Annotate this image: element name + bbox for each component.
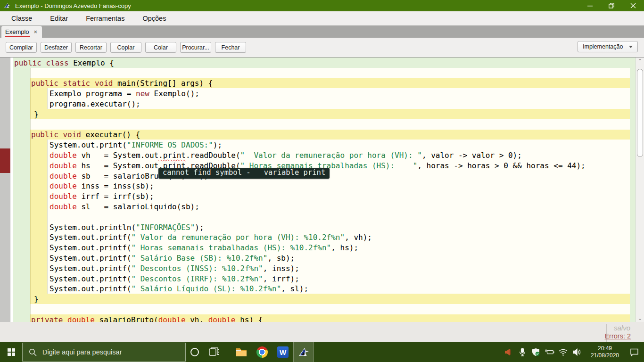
error-tooltip: cannot find symbol - variable print <box>158 168 330 179</box>
microphone-icon[interactable] <box>518 342 527 362</box>
code-line[interactable]: System.out.printf(" Salário Base (SB): %… <box>13 253 636 263</box>
code-line[interactable]: System.out.printf(" Valor da remuneração… <box>13 232 636 243</box>
code-line-text: } <box>34 109 39 118</box>
code-lines: public class Exemplo {public static void… <box>13 58 636 322</box>
restore-button[interactable] <box>601 0 622 11</box>
code-line-text: public static void main(String[] args) { <box>31 79 213 88</box>
code-line[interactable] <box>13 119 636 130</box>
code-line-text: public class Exemplo { <box>14 58 114 67</box>
code-line[interactable]: System.out.printf(" Descontos (IRRF): %1… <box>13 273 636 284</box>
code-line[interactable]: double inss = inss(sb); <box>13 181 636 191</box>
code-line-text: programa.executar(); <box>50 99 140 108</box>
windows-logo-icon <box>8 348 15 356</box>
clock[interactable]: 20:49 21/08/2020 <box>586 345 623 359</box>
code-line-text: System.out.print("INFORME OS DADOS:"); <box>50 140 222 149</box>
close-button[interactable] <box>622 0 644 11</box>
code-line[interactable]: } <box>13 109 636 119</box>
code-line-text: System.out.printf(" Horas semanais traba… <box>50 243 358 252</box>
code-line[interactable]: public static void main(String[] args) { <box>13 78 636 89</box>
toolbar: Compilar Desfazer Recortar Copiar Colar … <box>0 38 644 58</box>
word-icon: W <box>277 346 289 358</box>
code-line[interactable]: double irrf = irrf(sb); <box>13 191 636 201</box>
procurar-button[interactable]: Procurar... <box>180 42 211 53</box>
editor-gutter <box>0 58 10 322</box>
code-line[interactable]: public void executar() { <box>13 130 636 140</box>
code-line[interactable]: System.out.printf(" Descontos (INSS): %1… <box>13 263 636 273</box>
fechar-button[interactable]: Fechar <box>215 42 246 53</box>
menu-ferramentas[interactable]: Ferramentas <box>84 13 126 24</box>
clock-date: 21/08/2020 <box>591 352 619 359</box>
colar-button[interactable]: Colar <box>145 42 176 53</box>
cortana-icon <box>190 347 199 357</box>
view-mode-select[interactable]: Implementação <box>578 41 638 52</box>
file-explorer-icon <box>236 347 247 357</box>
wifi-icon[interactable] <box>559 342 568 362</box>
code-line[interactable]: } <box>13 294 636 304</box>
menu-opcoes[interactable]: Opções <box>140 13 168 24</box>
menu-classe[interactable]: Classe <box>9 13 34 24</box>
minimize-button[interactable] <box>579 0 601 11</box>
code-editor[interactable]: public class Exemplo {public static void… <box>10 58 636 322</box>
bluej-icon <box>297 346 310 358</box>
power-plug-icon[interactable] <box>545 342 554 362</box>
desfazer-button[interactable]: Desfazer <box>41 42 72 53</box>
code-line-text: private double salarioBruto(double vh, d… <box>31 315 263 322</box>
code-line[interactable]: private double salarioBruto(double vh, d… <box>13 314 636 322</box>
taskbar-search-input[interactable]: Digite aqui para pesquisar <box>22 343 186 362</box>
code-line-text: System.out.printf(" Valor da remuneração… <box>50 233 372 242</box>
errors-link[interactable]: Errors: 2 <box>604 332 631 340</box>
compilar-button[interactable]: Compilar <box>6 42 37 53</box>
window-title: Exemplo - Domingos Azevedo Farias-copy <box>15 2 131 9</box>
code-line[interactable]: System.out.printf(" Salário Líquido (SL)… <box>13 284 636 294</box>
action-center-button[interactable] <box>627 342 641 362</box>
status-bar: salvo Errors: 2 <box>0 322 644 342</box>
code-line-text: System.out.printf(" Descontos (INSS): %1… <box>50 263 299 272</box>
code-line-text: double inss = inss(sb); <box>50 181 154 190</box>
bluej-window-icon <box>3 2 11 9</box>
audio-device-icon[interactable] <box>504 342 513 362</box>
code-line[interactable]: programa.executar(); <box>13 99 636 109</box>
editor-scrollbar[interactable]: ⌃ ⌄ <box>636 58 644 322</box>
title-bar: Exemplo - Domingos Azevedo Farias-copy <box>0 0 644 11</box>
code-line[interactable]: public class Exemplo { <box>13 58 636 68</box>
chrome-button[interactable] <box>252 342 272 362</box>
menu-editar[interactable]: Editar <box>48 13 70 24</box>
search-placeholder: Digite aqui para pesquisar <box>42 348 122 356</box>
saved-status: salvo <box>614 324 630 332</box>
code-line[interactable]: double sl = salarioLiquido(sb); <box>13 201 636 212</box>
start-button[interactable] <box>0 342 23 362</box>
volume-icon[interactable] <box>572 342 582 362</box>
code-line-text: double vh = System.out.print.readDouble(… <box>50 151 522 160</box>
tab-close-icon[interactable]: × <box>34 29 38 35</box>
code-line[interactable]: double vh = System.out.print.readDouble(… <box>13 150 636 160</box>
scrollbar-thumb[interactable] <box>637 69 643 157</box>
code-line[interactable] <box>13 304 636 314</box>
code-line[interactable]: System.out.print("INFORME OS DADOS:"); <box>13 140 636 150</box>
word-button[interactable]: W <box>272 342 293 362</box>
code-line[interactable] <box>13 212 636 222</box>
file-explorer-button[interactable] <box>231 342 252 362</box>
scroll-up-icon[interactable]: ⌃ <box>638 59 642 63</box>
menu-bar: Classe Editar Ferramentas Opções <box>0 11 644 25</box>
task-view-button[interactable] <box>204 342 224 362</box>
bluej-app-button[interactable] <box>293 342 314 362</box>
code-line-text: System.out.printf(" Salário Base (SB): %… <box>50 254 295 263</box>
copiar-button[interactable]: Copiar <box>110 42 141 53</box>
view-mode-label: Implementação <box>583 43 623 50</box>
defender-shield-icon[interactable] <box>531 342 541 362</box>
error-marker <box>0 148 10 173</box>
recortar-button[interactable]: Recortar <box>75 42 107 53</box>
tab-label: Exemplo <box>5 28 29 35</box>
code-line[interactable]: System.out.printf(" Horas semanais traba… <box>13 242 636 253</box>
code-line-text: System.out.printf(" Salário Líquido (SL)… <box>50 284 308 293</box>
scroll-down-icon[interactable]: ⌄ <box>638 316 642 321</box>
code-line-text: } <box>34 295 39 304</box>
code-line-text: Exemplo programa = new Exemplo(); <box>50 89 199 98</box>
code-line[interactable]: System.out.println("INFORMAÇÕES"); <box>13 222 636 232</box>
tab-exemplo[interactable]: Exemplo × <box>1 26 42 38</box>
code-line-text: double sl = salarioLiquido(sb); <box>50 202 199 211</box>
code-line[interactable] <box>13 68 636 78</box>
code-line[interactable]: Exemplo programa = new Exemplo(); <box>13 88 636 99</box>
tab-bar: Exemplo × <box>0 25 644 38</box>
cortana-button[interactable] <box>186 342 204 362</box>
